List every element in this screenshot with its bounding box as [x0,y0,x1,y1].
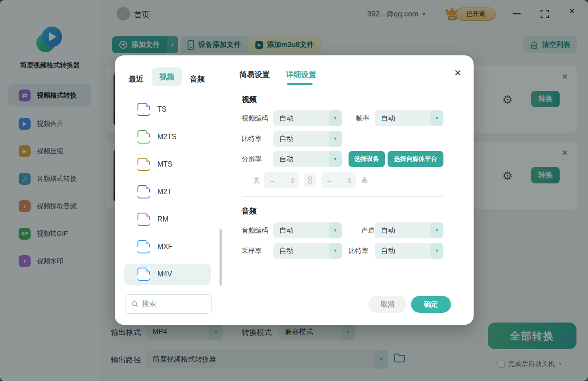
stepper-arrows-icon[interactable] [348,178,356,183]
file-format-icon: M2TS [137,130,150,144]
tab-detailed-settings[interactable]: 详细设置 [286,70,316,80]
framerate-label: 帧率 [356,114,369,123]
stepper-value: – [264,177,291,184]
format-item-m2ts[interactable]: M2TS M2TS [124,126,211,148]
format-label: M4V [157,270,172,278]
channels-select[interactable]: 自动 ▼ [375,222,443,238]
chevron-down-icon: ▼ [430,222,443,238]
audio-codec-select[interactable]: 自动 ▼ [273,222,342,238]
section-divider [242,196,443,197]
file-format-icon: TS [137,103,150,116]
aspect-link-toggle[interactable] [304,173,316,187]
select-value: 自动 [273,246,329,256]
audio-bitrate-select[interactable]: 自动 ▼ [375,243,443,259]
format-label: M2T [157,188,172,196]
format-item-m4v[interactable]: M4V M4V [124,264,211,285]
format-settings-dialog: 最近 视频 音频 TS TS M2TS M2TS MTS MTS M2T M2T… [115,55,474,325]
width-label: 宽 [253,176,260,185]
samplerate-select[interactable]: 自动 ▼ [273,243,342,259]
select-value: 自动 [273,155,329,164]
chevron-down-icon: ▼ [329,243,342,259]
select-value: 自动 [375,226,430,235]
channels-label: 声道 [361,226,375,235]
format-list-scrollbar[interactable] [220,229,222,286]
search-icon [132,301,138,307]
close-dialog-button[interactable]: × [455,66,461,80]
format-item-rm[interactable]: RM RM [124,209,211,230]
select-value: 自动 [273,114,329,123]
resolution-select[interactable]: 自动 ▼ [273,151,342,167]
format-search-input[interactable]: 搜索 [125,294,212,314]
format-label: RM [157,215,169,223]
height-label: 高 [361,176,368,185]
select-value: 自动 [273,134,329,144]
format-label: TS [157,105,166,113]
format-item-mts[interactable]: MTS MTS [124,154,211,175]
format-label: MTS [157,160,172,168]
stepper-value: – [321,177,348,184]
app-window: 简鹿视频格式转换器 ⇄ 视频格式转换 ▶ 视频合并 ▶ 视频压缩 ♫ 音频格式转… [0,0,588,381]
audio-section-title: 音频 [242,206,257,216]
audio-bitrate-label: 比特率 [349,247,368,255]
stepper-arrows-icon[interactable] [291,178,299,183]
select-value: 自动 [375,114,430,123]
framerate-select[interactable]: 自动 ▼ [375,110,443,126]
active-tab-indicator [287,83,313,85]
tab-simple-settings[interactable]: 简易设置 [239,70,270,80]
height-stepper[interactable]: – [321,172,356,188]
format-item-mxf[interactable]: MXF MXF [124,236,211,257]
file-format-icon: M2T [137,185,150,198]
chevron-down-icon: ▼ [329,110,342,126]
tab-recent[interactable]: 最近 [129,71,144,87]
resolution-label: 分辨率 [242,155,262,163]
cancel-button[interactable]: 取消 [368,296,407,313]
width-stepper[interactable]: – [264,172,299,188]
confirm-button[interactable]: 确定 [411,296,451,313]
tab-audio[interactable]: 音频 [190,71,205,87]
select-value: 自动 [375,246,430,256]
link-chain-icon [307,176,313,184]
select-value: 自动 [273,226,329,235]
close-icon: × [455,66,461,79]
chevron-down-icon: ▼ [329,222,342,238]
file-format-icon: MTS [137,158,150,171]
file-format-icon: M4V [137,268,150,281]
file-format-icon: RM [137,213,150,226]
select-device-button[interactable]: 选择设备 [349,151,385,167]
samplerate-label: 采样率 [242,247,262,255]
audio-codec-label: 音频编码 [242,226,268,235]
video-section-title: 视频 [242,94,257,105]
format-label: MXF [157,243,172,251]
format-item-ts[interactable]: TS TS [124,99,211,120]
format-label: M2TS [157,133,176,141]
video-bitrate-label: 比特率 [242,135,262,143]
chevron-down-icon: ▼ [430,243,443,259]
file-format-icon: MXF [137,240,150,253]
chevron-down-icon: ▼ [430,110,443,126]
chevron-down-icon: ▼ [329,131,342,147]
video-codec-label: 视频编码 [242,114,268,123]
video-codec-select[interactable]: 自动 ▼ [273,110,342,126]
video-bitrate-select[interactable]: 自动 ▼ [273,131,342,147]
search-placeholder: 搜索 [142,299,156,309]
tab-video[interactable]: 视频 [152,67,182,86]
chevron-down-icon: ▼ [329,151,342,167]
format-item-m2t[interactable]: M2T M2T [124,181,211,202]
select-platform-button[interactable]: 选择自媒体平台 [388,151,443,167]
